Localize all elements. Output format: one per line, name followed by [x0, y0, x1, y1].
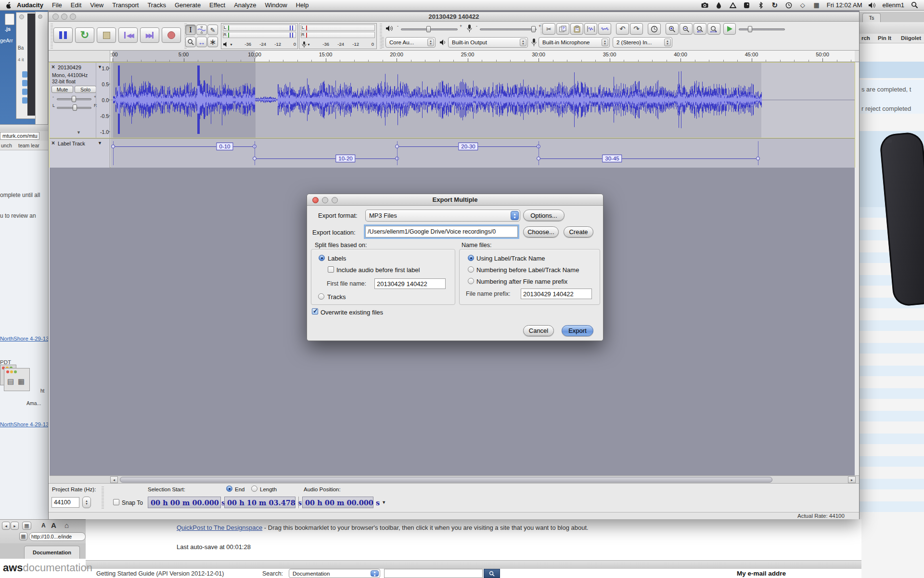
track-close-button[interactable]: ×	[51, 140, 55, 146]
output-volume-slider[interactable]	[401, 28, 458, 30]
audio-host-select[interactable]: Core Au...▲▼	[385, 37, 436, 48]
silence-audio-button[interactable]	[598, 23, 611, 35]
bookmark-item[interactable]: Pin It	[878, 35, 891, 41]
menu-item-transport[interactable]: Transport	[108, 0, 143, 11]
speaker-icon[interactable]: ▼	[223, 40, 234, 48]
scroll-thumb[interactable]	[120, 477, 772, 483]
time-shift-tool-button[interactable]: ↔	[196, 37, 207, 47]
solo-button[interactable]: Solo	[75, 86, 96, 93]
address-field[interactable]: http://10.0...e/inde	[29, 532, 86, 541]
bookmark-item[interactable]: Diigolet	[901, 35, 921, 41]
sync-lock-button[interactable]	[648, 23, 661, 35]
finder-file-icon[interactable]	[22, 97, 27, 104]
record-button[interactable]	[162, 27, 181, 43]
menu-item-generate[interactable]: Generate	[170, 0, 205, 11]
gain-slider[interactable]	[57, 98, 91, 100]
fit-project-button[interactable]	[707, 23, 720, 35]
minimize-window-button[interactable]	[61, 13, 67, 20]
browser-tab[interactable]: Ts	[862, 13, 881, 22]
font-large-button[interactable]: A	[51, 521, 56, 529]
label-handle[interactable]	[756, 157, 760, 160]
menu-item-analyze[interactable]: Analyze	[230, 0, 260, 11]
dialog-zoom-button[interactable]	[332, 197, 338, 203]
track-name[interactable]: Label Track	[58, 141, 85, 146]
label-flag[interactable]: 0-10	[216, 143, 233, 150]
nav-back-button[interactable]: ◂	[2, 522, 10, 530]
selection-start-field[interactable]: 00 h 00 m 00.000 s▼	[148, 497, 221, 508]
audio-position-field[interactable]: 00 h 00 m 00.000 s▼	[302, 497, 373, 508]
finder-file-icon[interactable]	[22, 71, 27, 78]
collapse-track-button[interactable]: ▼	[77, 130, 81, 135]
dialog-minimize-button[interactable]	[322, 197, 328, 203]
finder-file-icon[interactable]	[22, 89, 27, 95]
menu-clock[interactable]: Fri 12:02 AM	[827, 1, 862, 9]
draw-tool-button[interactable]: ✎	[207, 25, 218, 35]
apple-menu-icon[interactable]	[5, 0, 13, 11]
spaces-icon[interactable]: ◇	[799, 0, 807, 11]
options-button[interactable]: Options...	[523, 210, 565, 221]
numbering-after-radio[interactable]	[468, 278, 474, 284]
loop-play-button[interactable]: ↻	[75, 27, 94, 43]
export-button[interactable]: Export	[562, 325, 593, 336]
label-flag[interactable]: 30-45	[602, 155, 622, 162]
doc-search-input[interactable]	[384, 569, 483, 578]
close-window-button[interactable]	[52, 13, 59, 20]
finder-traffic-light[interactable]	[19, 14, 24, 19]
track-name[interactable]: 20130429	[58, 65, 81, 70]
create-button[interactable]: Create	[564, 226, 593, 237]
nav-forward-button[interactable]: ▸	[11, 522, 19, 530]
scroll-right-button[interactable]: ▸	[848, 476, 856, 483]
file-icon[interactable]	[5, 13, 14, 25]
volume-icon[interactable]	[868, 0, 876, 11]
playback-speed-slider[interactable]	[739, 28, 785, 30]
menu-item-window[interactable]: Window	[260, 0, 291, 11]
track-menu-arrow-icon[interactable]: ▼	[98, 141, 102, 145]
bluetooth-icon[interactable]	[757, 0, 765, 11]
cancel-button[interactable]: Cancel	[523, 325, 554, 336]
pan-slider[interactable]	[57, 107, 91, 109]
menu-item-audacity[interactable]: Audacity	[13, 0, 48, 11]
grid-icon[interactable]: ▦	[18, 377, 25, 386]
trim-audio-button[interactable]	[584, 23, 597, 35]
dialog-close-button[interactable]	[312, 197, 319, 203]
page-link[interactable]: NorthShore 4-29-13	[0, 336, 49, 342]
mute-button[interactable]: Mute	[51, 86, 73, 93]
spotlight-icon[interactable]	[911, 0, 918, 11]
label-track-content[interactable]: 0-1010-2020-3030-45	[111, 139, 855, 168]
vertical-scale[interactable]: 1.00.50.0-0.5-1.0	[96, 63, 110, 138]
cut-button[interactable]: ✂	[542, 23, 555, 35]
bookmark-item[interactable]: team lear	[18, 143, 39, 148]
menu-item-effect[interactable]: Effect	[205, 0, 230, 11]
traffic-light[interactable]	[38, 14, 42, 19]
menu-item-view[interactable]: View	[86, 0, 108, 11]
label-handle[interactable]	[253, 157, 257, 160]
track-content[interactable]	[111, 63, 855, 138]
keyboard-viewer-icon[interactable]: ▦	[813, 0, 821, 11]
length-radio[interactable]	[251, 486, 257, 492]
label-flag[interactable]: 20-30	[458, 143, 478, 150]
skip-start-button[interactable]: ◀◀	[118, 27, 138, 43]
menu-item-file[interactable]: File	[48, 0, 66, 11]
label-flag[interactable]: 10-20	[335, 155, 355, 162]
file-name-prefix-field[interactable]: 20130429 140422	[521, 289, 592, 299]
menu-item-tracks[interactable]: Tracks	[143, 0, 170, 11]
fit-selection-button[interactable]	[693, 23, 706, 35]
envelope-tool-button[interactable]	[196, 25, 207, 35]
pause-button[interactable]	[53, 27, 73, 43]
zoom-out-button[interactable]	[680, 23, 693, 35]
undo-button[interactable]: ↶	[616, 23, 629, 35]
time-machine-icon[interactable]	[785, 0, 793, 11]
recording-device-select[interactable]: Built-in Microphone▲▼	[539, 37, 610, 48]
track-close-button[interactable]: ×	[51, 64, 55, 70]
tracks-radio[interactable]	[318, 293, 324, 300]
quickpost-link[interactable]: QuickPost to The Designspace	[177, 524, 262, 531]
label-stem[interactable]	[758, 141, 758, 165]
finder-file-icon[interactable]	[22, 80, 27, 86]
play-at-speed-button[interactable]	[723, 23, 736, 35]
zoom-in-button[interactable]	[666, 23, 679, 35]
menu-item-edit[interactable]: Edit	[66, 0, 86, 11]
label-handle[interactable]	[395, 144, 399, 148]
zoom-window-button[interactable]	[70, 13, 76, 20]
project-rate-field[interactable]: 44100	[51, 497, 79, 508]
selection-tool-button[interactable]: I	[185, 25, 196, 35]
